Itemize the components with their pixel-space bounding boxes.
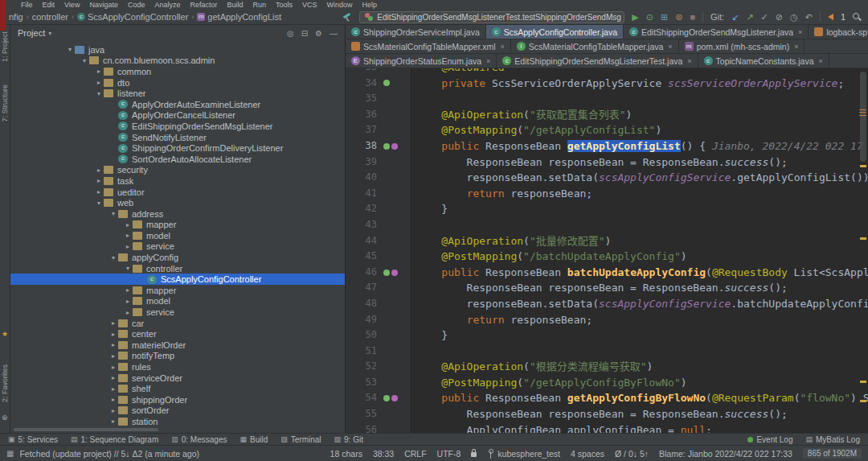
tree-toggle-icon[interactable]: ▾	[108, 254, 118, 261]
coverage-button[interactable]: ⊞	[661, 11, 668, 23]
code-editor[interactable]: 33 @Autowired34 private ScsServiceOrderA…	[346, 68, 868, 433]
status-segment-18-chars[interactable]: 18 chars	[330, 449, 362, 459]
tree-item-sortorderautoallocatelistener[interactable]: cSortOrderAutoAllocateListener	[10, 154, 345, 165]
rollback-button[interactable]: ⊘	[776, 11, 783, 23]
toolwindow-button-9-git[interactable]: ▨9: Git	[334, 435, 363, 444]
tab-shippingorderserviceimpl-java[interactable]: cShippingOrderServiceImpl.java	[346, 25, 486, 39]
tree-toggle-icon[interactable]: ▸	[108, 385, 118, 393]
tree-item-dto[interactable]: ▸dto	[10, 77, 345, 88]
tree-toggle-icon[interactable]: ▸	[123, 298, 133, 305]
tab-editshippingordersendmsglistenertest-java[interactable]: cEditShippingOrderSendMsgListenerTest.ja…	[497, 54, 698, 68]
menu-navigate[interactable]: Navigate	[84, 1, 123, 9]
tree-item-web[interactable]: ▾web	[10, 197, 345, 208]
tree-item-notifytemp[interactable]: ▸notifyTemp	[10, 351, 345, 362]
code-line-42[interactable]: 42 }	[346, 201, 868, 217]
tree-item-serviceorder[interactable]: ▸serviceOrder	[10, 373, 345, 384]
tree-item-security[interactable]: ▸security	[10, 165, 345, 176]
code-line-41[interactable]: 41 return responseBean;	[346, 186, 868, 202]
tree-toggle-icon[interactable]: ▸	[108, 374, 118, 381]
menu-tools[interactable]: Tools	[271, 1, 297, 9]
select-opened-file-icon[interactable]: ◎	[287, 29, 294, 38]
revert-button[interactable]: ↶	[805, 11, 813, 23]
tab-logback-spring-xml[interactable]: logback-spring.xml	[809, 25, 868, 39]
code-line-36[interactable]: 36 @ApiOperation("获取配置集合列表")	[346, 107, 868, 123]
status-segment-utf-8[interactable]: UTF-8	[437, 449, 461, 459]
code-line-55[interactable]: 55 ResponseBean responseBean = ResponseB…	[346, 406, 868, 422]
horizontal-scrollbar[interactable]	[14, 428, 158, 431]
code-line-40[interactable]: 40 responseBean.setData(scsApplyConfigSe…	[346, 170, 868, 186]
code-line-44[interactable]: 44 @ApiOperation("批量修改配置")	[346, 233, 868, 249]
spring-bean-gutter-icon[interactable]	[383, 80, 390, 86]
request-mapping-gutter-icon[interactable]	[391, 143, 398, 150]
debug-button[interactable]: ⊙	[646, 11, 653, 23]
code-line-35[interactable]: 35	[346, 91, 868, 107]
run-button[interactable]: ▶	[632, 11, 638, 23]
tree-toggle-icon[interactable]: ▸	[94, 167, 104, 174]
tree-toggle-icon[interactable]: ▸	[108, 364, 118, 371]
tree-toggle-icon[interactable]: ▸	[94, 177, 104, 184]
search-everywhere-icon[interactable]	[853, 13, 862, 22]
tab-scsapplyconfigcontroller-java[interactable]: cScsApplyConfigController.java	[486, 25, 624, 39]
tree-toggle-icon[interactable]: ▸	[108, 418, 118, 425]
tree-toggle-icon[interactable]: ▾	[94, 200, 104, 207]
code-line-51[interactable]: 51	[346, 344, 868, 360]
tree-toggle-icon[interactable]: ▸	[94, 188, 104, 196]
code-line-33[interactable]: 33 @Autowired	[346, 68, 868, 76]
close-tab-icon[interactable]: ×	[486, 57, 490, 65]
code-line-46[interactable]: 46 public ResponseBean batchUpdateApplyC…	[346, 265, 868, 281]
tree-item-model[interactable]: ▸model	[10, 230, 345, 241]
close-tab-icon[interactable]: ×	[668, 43, 672, 51]
tree-item-service[interactable]: ▸service	[10, 241, 345, 253]
tree-toggle-icon[interactable]: ▾	[80, 57, 89, 64]
project-panel-title[interactable]: Project	[18, 28, 45, 38]
update-project-button[interactable]: ↙	[731, 11, 739, 23]
code-line-52[interactable]: 52 @ApiOperation("根据分类流程编号获取")	[346, 359, 868, 375]
push-button[interactable]: ↗	[746, 11, 753, 23]
tree-toggle-icon[interactable]: ▾	[123, 265, 133, 272]
settings-icon[interactable]: ⚙	[315, 29, 322, 38]
warning-stripe-mark[interactable]	[860, 237, 866, 240]
tree-item-editshippingordersendmsglistener[interactable]: cEditShippingOrderSendMsgListener	[10, 121, 345, 132]
run-configuration-select[interactable]: EditShippingOrderSendMsgListenerTest.tes…	[359, 11, 624, 23]
close-tab-icon[interactable]: ×	[794, 43, 798, 51]
status-segment-kubesphere-test[interactable]: kubesphere_test	[487, 449, 560, 459]
code-line-49[interactable]: 49 return responseBean;	[346, 312, 868, 328]
menu-vcs[interactable]: VCS	[297, 1, 322, 9]
warning-stripe-mark[interactable]	[860, 381, 866, 383]
tree-toggle-icon[interactable]: ▸	[108, 407, 118, 414]
status-segment-865-of-1902m[interactable]: 865 of 1902M	[803, 448, 862, 459]
web-toolwindow-icon[interactable]: ⊕	[2, 414, 8, 422]
code-line-48[interactable]: 48 responseBean.setData(scsApplyConfigSe…	[346, 296, 868, 312]
tree-item-mapper[interactable]: ▸mapper	[10, 220, 345, 231]
status-segment-crlf[interactable]: CRLF	[404, 449, 426, 459]
tool-stripe-2-favorites[interactable]: 2: Favorites	[1, 364, 9, 402]
toolwindow-button-mybatis-log[interactable]: ▤MyBatis Log	[805, 435, 860, 444]
tree-toggle-icon[interactable]: ▸	[123, 221, 133, 228]
tree-item-listener[interactable]: ▾listener	[10, 88, 345, 99]
status-segment-blame-jianbo-2022-4-22-022-17-33[interactable]: Blame: Jianbo 2022/4/22 022 17:33	[659, 449, 792, 459]
close-tab-icon[interactable]: ×	[687, 57, 691, 65]
menu-refactor[interactable]: Refactor	[185, 1, 222, 9]
tree-item-station[interactable]: ▸station	[10, 416, 345, 426]
tree-item-mapper[interactable]: ▸mapper	[10, 285, 345, 296]
tree-toggle-icon[interactable]: ▾	[94, 90, 104, 97]
tree-item-sendnotifylistener[interactable]: cSendNotifyListener	[10, 132, 345, 143]
chevron-down-icon[interactable]: ▾	[48, 30, 51, 37]
spring-bean-gutter-icon[interactable]	[383, 270, 390, 276]
tree-toggle-icon[interactable]: ▸	[123, 243, 133, 250]
tree-toggle-icon[interactable]: ▸	[123, 286, 133, 294]
code-line-50[interactable]: 50 }	[346, 327, 868, 344]
tree-item-address[interactable]: ▾address	[10, 208, 345, 220]
tree-item-shippingorderconfirmdeliverylistener[interactable]: cShippingOrderConfirmDeliveryListener	[10, 142, 345, 154]
breadcrumb-item-controller[interactable]: controller	[30, 12, 71, 22]
tree-item-controller[interactable]: ▾controller	[10, 263, 345, 274]
toolwindow-button-1-sequence-diagram[interactable]: ▤1: Sequence Diagram	[71, 435, 158, 444]
event-log-icon[interactable]	[828, 14, 833, 20]
toolwindow-button-0-messages[interactable]: ▥0: Messages	[171, 435, 227, 444]
tree-item-sortorder[interactable]: ▸sortOrder	[10, 405, 345, 417]
toolwindow-button-build[interactable]: ▦Build	[240, 435, 268, 444]
toolwindow-toggle-icon[interactable]: ▦	[6, 449, 14, 458]
status-segment-icon[interactable]	[471, 450, 477, 457]
tree-item-rules[interactable]: ▸rules	[10, 361, 345, 373]
tree-item-ueditor[interactable]: ▸ueditor	[10, 187, 345, 198]
